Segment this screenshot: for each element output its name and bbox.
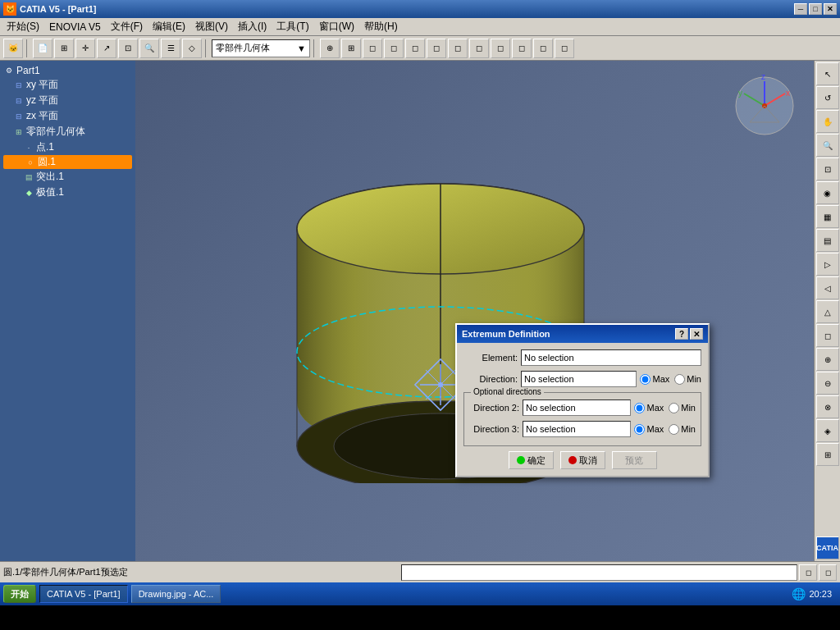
maximize-button[interactable]: □ [809, 3, 822, 15]
tb-arrow[interactable]: ↗ [97, 39, 116, 58]
menu-enovia[interactable]: ENOVIA V5 [44, 20, 106, 34]
circle-icon: ○ [25, 157, 36, 168]
rt-b7[interactable]: ⊗ [816, 395, 839, 418]
dialog-title-bar[interactable]: Extremum Definition ? ✕ [457, 325, 708, 343]
status-btn2[interactable]: ◻ [819, 564, 837, 581]
direction2-input[interactable] [523, 399, 631, 416]
status-btn1[interactable]: ◻ [799, 564, 817, 581]
tb-b5[interactable]: ◻ [448, 39, 468, 58]
tree-circle[interactable]: ○ 圆.1 [3, 155, 132, 169]
extremum-dialog: Extremum Definition ? ✕ Element: Directi… [455, 323, 710, 477]
max-radio-label[interactable]: Max [640, 374, 669, 385]
main-area: ⚙ Part1 ⊟ xy 平面 ⊟ yz 平面 ⊟ zx 平面 ⊞ 零部件几何体… [0, 61, 840, 561]
svg-text:x: x [786, 89, 790, 98]
element-label: Element: [463, 353, 521, 363]
rt-b6[interactable]: ⊖ [816, 372, 839, 395]
rt-b3[interactable]: △ [816, 300, 839, 323]
dialog-close-button[interactable]: ✕ [690, 328, 703, 340]
network-icon: 🌐 [792, 587, 806, 600]
menu-help[interactable]: 帮助(H) [359, 18, 403, 35]
menu-file[interactable]: 文件(F) [106, 18, 148, 35]
rt-catia[interactable]: CATIA [816, 536, 839, 559]
element-input[interactable] [521, 349, 701, 366]
tree-yz-plane[interactable]: ⊟ yz 平面 [3, 93, 132, 108]
rt-render1[interactable]: ▦ [816, 205, 839, 228]
rt-b5[interactable]: ⊕ [816, 348, 839, 371]
tb-b4[interactable]: ◻ [427, 39, 446, 58]
preview-button[interactable]: 预览 [612, 451, 657, 469]
tb-b6[interactable]: ◻ [469, 39, 489, 58]
tb-grid2[interactable]: ⊞ [341, 39, 361, 58]
tree-zx-plane[interactable]: ⊟ zx 平面 [3, 108, 132, 124]
tb-b1[interactable]: ◻ [363, 39, 382, 58]
ok-button[interactable]: 确定 [509, 451, 554, 469]
minimize-button[interactable]: ─ [794, 3, 807, 15]
status-input[interactable] [401, 564, 797, 581]
ok-icon [517, 456, 525, 464]
tb-b7[interactable]: ◻ [491, 39, 510, 58]
direction2-row: Direction 2: Max Min [469, 399, 696, 416]
direction3-input[interactable] [523, 421, 631, 437]
tb-frame[interactable]: ⊡ [118, 39, 138, 58]
rt-b1[interactable]: ▷ [816, 253, 839, 276]
tb-b2[interactable]: ◻ [384, 39, 404, 58]
max2-radio[interactable] [634, 403, 645, 413]
workbench-dropdown[interactable]: 零部件几何体 ▼ [212, 39, 310, 57]
dialog-help-button[interactable]: ? [675, 328, 688, 340]
tb-b3[interactable]: ◻ [405, 39, 425, 58]
min3-radio-label[interactable]: Min [669, 424, 696, 435]
tb-catia-logo[interactable]: 🐱 [3, 39, 23, 58]
min-radio[interactable] [674, 374, 685, 385]
tb-b8[interactable]: ◻ [512, 39, 532, 58]
min3-radio[interactable] [669, 424, 679, 435]
tb-axes[interactable]: ⊕ [320, 39, 340, 58]
max3-radio-label[interactable]: Max [634, 424, 664, 435]
max2-radio-label[interactable]: Max [634, 403, 664, 413]
tb-b9[interactable]: ◻ [533, 39, 553, 58]
max-radio[interactable] [640, 374, 651, 385]
tree-point[interactable]: · 点.1 [3, 139, 132, 155]
tb-shape[interactable]: ◇ [182, 39, 202, 58]
menu-edit[interactable]: 编辑(E) [148, 18, 190, 35]
tb-search[interactable]: 🔍 [139, 39, 159, 58]
rt-fit[interactable]: ⊡ [816, 158, 839, 180]
menu-window[interactable]: 窗口(W) [314, 18, 359, 35]
start-button[interactable]: 开始 [3, 585, 36, 603]
rt-b8[interactable]: ◈ [816, 419, 839, 442]
rt-zoom[interactable]: 🔍 [816, 134, 839, 157]
tree-part-body[interactable]: ⊞ 零部件几何体 [3, 124, 132, 139]
close-button[interactable]: ✕ [824, 3, 837, 15]
rt-render2[interactable]: ▤ [816, 229, 839, 252]
rt-select[interactable]: ↖ [816, 62, 839, 85]
tb-b10[interactable]: ◻ [555, 39, 574, 58]
direction-input[interactable] [521, 371, 637, 387]
min2-radio-label[interactable]: Min [669, 403, 696, 413]
menu-view[interactable]: 视图(V) [190, 18, 233, 35]
tb-list[interactable]: ☰ [161, 39, 180, 58]
rt-b9[interactable]: ⊞ [816, 443, 839, 466]
tb-new[interactable]: 📄 [33, 39, 52, 58]
tb-snap[interactable]: ✛ [75, 39, 95, 58]
optional-legend: Optional directions [471, 387, 544, 396]
min2-radio[interactable] [669, 403, 679, 413]
task-catia[interactable]: CATIA V5 - [Part1] [39, 585, 128, 603]
menu-tools[interactable]: 工具(T) [272, 18, 313, 35]
rt-b4[interactable]: ◻ [816, 324, 839, 347]
tree-extremum[interactable]: ◆ 极值.1 [3, 185, 132, 200]
max3-radio[interactable] [634, 424, 645, 435]
menu-insert[interactable]: 插入(I) [233, 18, 272, 35]
task-drawing[interactable]: Drawing.jpg - AC... [131, 585, 221, 603]
tree-pad[interactable]: ▤ 突出.1 [3, 169, 132, 185]
rt-view[interactable]: ◉ [816, 181, 839, 204]
3d-viewport[interactable]: x y z Extremum Definition ? ✕ Element: [135, 61, 814, 561]
tree-xy-plane[interactable]: ⊟ xy 平面 [3, 77, 132, 93]
menu-start[interactable]: 开始(S) [2, 18, 44, 35]
plane-icon3: ⊟ [13, 111, 25, 122]
rt-b2[interactable]: ◁ [816, 276, 839, 299]
tb-grid[interactable]: ⊞ [54, 39, 74, 58]
rt-rotate[interactable]: ↺ [816, 86, 839, 109]
min-radio-label[interactable]: Min [674, 374, 701, 385]
rt-pan[interactable]: ✋ [816, 110, 839, 133]
cancel-button[interactable]: 取消 [560, 451, 605, 469]
tree-root[interactable]: ⚙ Part1 [3, 64, 132, 77]
